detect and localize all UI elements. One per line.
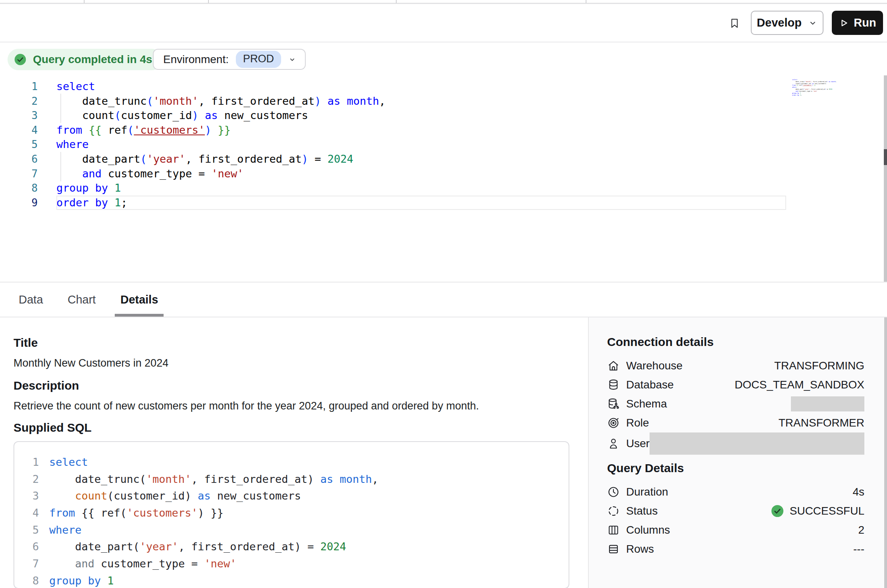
connection-details-panel: Connection details WarehouseTRANSFORMING…: [588, 317, 884, 588]
line-number: 5: [14, 522, 39, 539]
run-button[interactable]: Run: [832, 11, 883, 35]
detail-label: User: [626, 437, 650, 450]
code-line: 6 date_part('year', first_ordered_at) = …: [0, 152, 884, 167]
detail-label: Duration: [626, 486, 668, 498]
line-number: 7: [14, 555, 39, 573]
code-line: 4from {{ ref('customers') }}: [14, 505, 569, 522]
line-number: 3: [0, 108, 38, 123]
develop-button[interactable]: Develop: [751, 11, 823, 35]
title-value: Monthly New Customers in 2024: [13, 356, 569, 370]
duration-icon: [607, 486, 620, 498]
detail-value: 2: [858, 524, 864, 536]
code-line: 7 and customer_type = 'new': [14, 555, 569, 573]
code-line: 8group by 1: [0, 181, 884, 196]
toolbar: Develop Run: [0, 4, 887, 42]
tab-data[interactable]: Data: [16, 282, 45, 317]
line-number: 7: [0, 167, 38, 181]
supplied-sql-heading: Supplied SQL: [13, 421, 569, 435]
detail-row-schema: Schema: [607, 394, 864, 413]
code-line: 2 date_trunc('month', first_ordered_at) …: [0, 94, 884, 109]
play-icon: [839, 18, 849, 28]
environment-label: Environment:: [163, 53, 229, 66]
browser-tab-strip: [0, 0, 887, 4]
line-number: 3: [14, 488, 39, 505]
code-line: 2 date_trunc('month', first_ordered_at) …: [14, 471, 569, 488]
line-number: 1: [0, 79, 38, 94]
detail-label: Role: [626, 417, 649, 429]
code-line: 9order by 1;: [0, 196, 884, 210]
detail-label: Warehouse: [626, 359, 683, 372]
detail-label: Database: [626, 379, 674, 391]
detail-label: Status: [626, 505, 658, 517]
bookmark-icon[interactable]: [725, 13, 744, 33]
editor-minimap[interactable]: select date_trunc('month', first_ordered…: [792, 79, 837, 102]
tab-details[interactable]: Details: [118, 282, 160, 317]
check-circle-icon: [770, 503, 785, 519]
detail-row-columns: Columns2: [607, 521, 864, 540]
query-details-heading: Query Details: [607, 461, 864, 475]
detail-value: TRANSFORMING: [774, 359, 864, 372]
app-root: Develop Run Query completed in 4s Enviro…: [0, 0, 887, 588]
detail-row-warehouse: WarehouseTRANSFORMING: [607, 356, 864, 375]
description-heading: Description: [13, 379, 569, 393]
code-line: 1select: [14, 454, 569, 471]
connection-details-heading: Connection details: [607, 335, 864, 349]
detail-value: DOCS_TEAM_SANDBOX: [735, 379, 864, 391]
status-icon: [607, 505, 620, 517]
redacted-value: [650, 432, 864, 455]
user-icon: [607, 437, 620, 450]
detail-row-role: RoleTRANSFORMER: [607, 413, 864, 432]
description-value: Retrieve the count of new customers per …: [13, 399, 569, 413]
code-line: order by 1;: [792, 94, 798, 96]
code-line: 7 and customer_type = 'new': [0, 167, 884, 181]
warehouse-icon: [607, 359, 620, 372]
environment-selector[interactable]: Environment: PROD: [153, 49, 306, 70]
detail-row-rows: Rows---: [607, 540, 864, 559]
code-line: 8group by 1: [14, 573, 569, 588]
detail-value: SUCCESSFUL: [770, 503, 864, 519]
details-panel: Title Monthly New Customers in 2024 Desc…: [13, 317, 569, 588]
line-number: 8: [14, 573, 39, 588]
detail-row-user: User: [607, 432, 864, 455]
code-line: 3 count(customer_id) as new_customers: [14, 488, 569, 505]
line-number: 2: [0, 94, 38, 109]
line-number: 6: [0, 152, 38, 167]
detail-value: TRANSFORMER: [779, 417, 864, 429]
tab-strip-divider: [396, 0, 397, 3]
chevron-down-icon: [288, 56, 296, 63]
code-line: 4from {{ ref('customers') }}: [0, 123, 884, 138]
schema-icon: [607, 398, 620, 410]
check-circle-icon: [13, 52, 27, 67]
tab-strip-divider: [84, 0, 85, 3]
code-line: 5where: [0, 137, 884, 152]
sql-editor[interactable]: 1select2 date_trunc('month', first_order…: [0, 79, 884, 282]
detail-value: 4s: [852, 486, 864, 498]
results-tabbar: DataChartDetails: [0, 282, 887, 317]
code-line: 5where: [14, 522, 569, 539]
detail-value: ---: [853, 543, 864, 555]
chevron-down-icon: [808, 18, 818, 28]
detail-label: Schema: [626, 398, 667, 410]
detail-label: Rows: [626, 543, 654, 555]
scrollbar-thumb[interactable]: [884, 149, 887, 165]
line-number: 9: [0, 196, 38, 210]
code-line: 3 count(customer_id) as new_customers: [0, 108, 884, 123]
tab-strip-divider: [586, 0, 586, 3]
title-heading: Title: [13, 336, 569, 350]
code-line: 6 date_part('year', first_ordered_at) = …: [14, 538, 569, 555]
indent-guide: [60, 152, 61, 181]
line-number: 1: [14, 454, 39, 471]
detail-label: Columns: [626, 524, 670, 536]
develop-button-label: Develop: [757, 16, 802, 29]
line-number: 6: [14, 538, 39, 555]
run-button-label: Run: [854, 16, 876, 29]
database-icon: [607, 379, 620, 391]
tab-chart[interactable]: Chart: [65, 282, 98, 317]
line-number: 5: [0, 137, 38, 152]
query-status-text: Query completed in 4s: [33, 53, 152, 66]
line-number: 4: [14, 505, 39, 522]
environment-value-badge: PROD: [236, 51, 281, 68]
columns-icon: [607, 524, 620, 536]
query-status-pill: Query completed in 4s: [8, 49, 162, 70]
supplied-sql-block: 1select2 date_trunc('month', first_order…: [13, 441, 569, 588]
